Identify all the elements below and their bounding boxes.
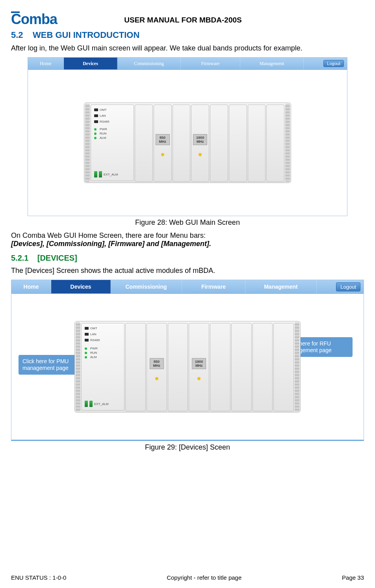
slot-empty[interactable] [125,323,146,411]
slot-1900[interactable]: 1900MHz [191,105,209,182]
pmu-rs485: RS485 [100,120,109,123]
figure-28-gui: Home Devices Commissioning Firmware Mana… [28,57,347,216]
pmu-omt-row: OMT [85,327,121,330]
section-5-2-title: 5.2 WEB GUI INTRODUCTION [11,30,364,40]
pmu-run: RUN [100,132,106,135]
gui1-body: OMT LAN RS485 PWR RUN ALM EXT_ALM 850MHz… [28,70,347,216]
menu-bars-line1: On Comba Web GUI Home Screen, there are … [11,231,364,240]
doc-title: USER MANUAL FOR MBDA-200S [57,16,309,24]
brand-logo: Comba [11,13,57,26]
led-icon [85,352,87,354]
page-header: Comba USER MANUAL FOR MBDA-200S [11,8,364,24]
logo-text: Comba [11,11,57,27]
nav-devices[interactable]: Devices [51,280,111,293]
pmu-run-row: RUN [94,132,130,135]
section-heading: WEB GUI INTRODUCTION [33,30,139,40]
nav-management[interactable]: Management [245,280,317,293]
slot-empty[interactable] [135,105,153,182]
gui2-navbar: Home Devices Commissioning Firmware Mana… [11,280,364,294]
nav-home[interactable]: Home [28,58,64,69]
connector-icon [89,401,93,407]
pmu-module[interactable]: OMT LAN RS485 PWR RUN ALM EXT_ALM [91,105,134,181]
pmu-run-row: RUN [85,351,121,355]
pmu-pwr-row: PWR [85,347,121,350]
status-led-icon [161,153,164,156]
figure-29-gui: Home Devices Commissioning Firmware Mana… [11,280,364,441]
nav-commissioning[interactable]: Commissioning [117,58,181,69]
slot-empty[interactable] [252,323,273,411]
led-icon [94,133,97,135]
nav-home[interactable]: Home [11,280,51,293]
slot-850[interactable]: 850MHz [147,323,167,411]
status-led-icon [197,377,200,380]
port-icon [94,114,98,117]
pmu-rs485-row: RS485 [94,120,130,123]
slot-empty[interactable] [273,323,294,411]
figure-28-caption: Figure 28: Web GUI Main Screen [11,218,364,227]
slot-empty[interactable] [248,105,266,182]
gui2-body: Click here for PMU management page Click… [11,294,364,440]
pmu-alm: ALM [100,136,106,140]
menu-bars-line2: [Devices], [Commissioning], [Firmware] a… [11,240,364,248]
slot-1900-label: 1900MHz [192,358,206,369]
rfu-slots: 850MHz 1900MHz [135,105,284,181]
figure-29-caption: Figure 29: [Devices] Sceen [11,443,364,452]
port-icon [85,339,89,342]
pmu-omt: OMT [90,327,97,330]
slot-empty[interactable] [173,105,191,182]
status-led-icon [199,153,202,156]
footer-center: Copyright - refer to title page [167,574,241,581]
nav-commissioning[interactable]: Commissioning [111,280,182,293]
pmu-lan: LAN [100,114,106,118]
connector-icon [94,171,97,177]
status-led-icon [155,377,158,380]
slot-empty[interactable] [229,105,247,182]
pmu-lan-row: LAN [94,114,130,118]
slot-1900[interactable]: 1900MHz [189,323,209,411]
slot-empty[interactable] [210,323,230,411]
subsection-heading: [DEVICES] [37,254,77,262]
slot-850-label: 850MHz [156,134,170,145]
led-icon [94,137,97,139]
pmu-ext: EXT_ALM [94,402,108,406]
logout-button[interactable]: Logout [336,282,360,291]
pmu-alm: ALM [90,355,97,359]
logout-button[interactable]: Logout [323,60,344,67]
led-icon [85,356,87,358]
subsection-number: 5.2.1 [11,254,28,262]
footer-right: Page 33 [342,574,364,581]
page-footer: ENU STATUS : 1-0-0 Copyright - refer to … [11,574,364,581]
slot-1900-label: 1900MHz [193,134,207,145]
nav-firmware[interactable]: Firmware [182,280,245,293]
slot-empty[interactable] [168,323,188,411]
led-icon [85,347,87,350]
pmu-rs485-row: RS485 [85,338,121,342]
pmu-pwr: PWR [90,347,98,350]
port-icon [94,120,98,123]
slot-850-label: 850MHz [150,358,164,369]
device-rack: OMT LAN RS485 PWR RUN ALM EXT_ALM 850MHz… [74,321,301,413]
nav-devices[interactable]: Devices [64,58,117,69]
pmu-pwr: PWR [100,127,107,131]
pmu-ext-row: EXT_ALM [94,171,130,177]
pmu-alm-row: ALM [94,136,130,140]
slot-empty[interactable] [266,105,284,182]
connector-icon [85,401,88,407]
section-5-2-1-title: 5.2.1 [DEVICES] [11,254,364,263]
pmu-pwr-row: PWR [94,127,130,131]
pmu-alm-row: ALM [85,355,121,359]
pmu-rs485: RS485 [90,338,100,342]
pmu-module[interactable]: OMT LAN RS485 PWR RUN ALM EXT_ALM [81,323,124,411]
nav-firmware[interactable]: Firmware [181,58,240,69]
gui1-navbar: Home Devices Commissioning Firmware Mana… [28,58,347,70]
footer-left: ENU STATUS : 1-0-0 [11,574,66,581]
section-number: 5.2 [11,30,23,40]
slot-empty[interactable] [210,105,228,182]
port-icon [94,108,98,111]
rfu-slots: 850MHz 1900MHz [125,323,294,411]
slot-850[interactable]: 850MHz [154,105,172,182]
nav-management[interactable]: Management [240,58,304,69]
slot-empty[interactable] [231,323,252,411]
pmu-run: RUN [90,351,97,355]
section-5-2-1-intro: The [Devices] Screen shows the actual ac… [11,267,364,275]
